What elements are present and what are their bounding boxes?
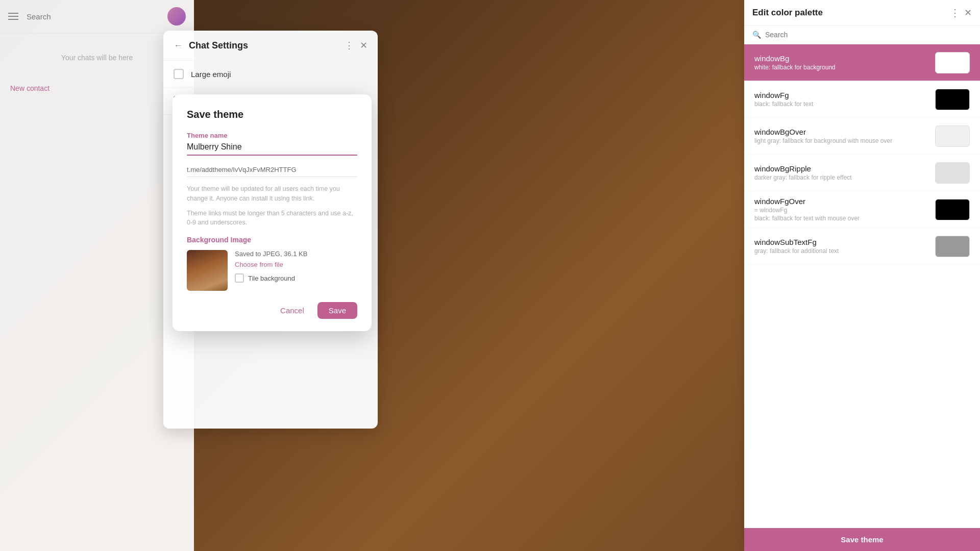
rp-close-icon[interactable]: ✕ [964, 7, 972, 18]
color-swatch-2[interactable] [935, 126, 970, 147]
color-desc2-4: black: fallback for text with mouse over [754, 215, 935, 222]
save-button[interactable]: Save [317, 302, 357, 319]
rp-save-theme-button[interactable]: Save theme [841, 535, 883, 544]
large-emoji-checkbox[interactable] [174, 69, 184, 79]
settings-close-icon[interactable]: ✕ [360, 40, 368, 51]
modal-info-2: Theme links must be longer than 5 charac… [187, 209, 357, 228]
modal-title: Save theme [187, 109, 357, 120]
cancel-button[interactable]: Cancel [273, 302, 311, 319]
bg-info: Saved to JPEG, 36.1 KB Choose from file … [235, 250, 357, 283]
color-list: windowBgwhite: fallback for backgroundwi… [744, 44, 980, 528]
back-icon[interactable]: ← [174, 40, 183, 51]
color-row-windowbgover[interactable]: windowBgOverlight gray: fallback for bac… [744, 118, 980, 155]
color-name-0: windowBg [754, 54, 935, 63]
hamburger-icon[interactable] [8, 10, 20, 22]
tile-row: Tile background [235, 273, 357, 283]
color-desc-2: light gray: fallback for background with… [754, 137, 935, 144]
color-desc-5: gray: fallback for additional text [754, 247, 935, 255]
bg-image-row: Saved to JPEG, 36.1 KB Choose from file … [187, 250, 357, 291]
color-row-windowbg[interactable]: windowBgwhite: fallback for background [744, 44, 980, 81]
avatar[interactable] [167, 7, 186, 26]
color-name-5: windowSubTextFg [754, 238, 935, 246]
tile-background-checkbox[interactable] [235, 273, 244, 283]
color-desc-0: white: fallback for background [754, 64, 935, 71]
color-swatch-3[interactable] [935, 162, 970, 184]
theme-name-field-label: Theme name [187, 132, 357, 139]
color-swatch-5[interactable] [935, 236, 970, 257]
rp-title: Edit color palette [752, 8, 950, 18]
modal-actions: Cancel Save [187, 302, 357, 319]
color-name-2: windowBgOver [754, 128, 935, 136]
rp-search-icon: 🔍 [752, 31, 761, 39]
edit-color-palette-panel: Edit color palette ⋮ ✕ 🔍 windowBgwhite: … [744, 0, 980, 551]
color-desc-1: black: fallback for text [754, 101, 935, 108]
tile-background-label: Tile background [248, 274, 295, 282]
rp-footer: Save theme [744, 528, 980, 551]
color-name-3: windowBgRipple [754, 164, 935, 173]
color-row-windowsubtextfg[interactable]: windowSubTextFggray: fallback for additi… [744, 228, 980, 265]
settings-more-icon[interactable]: ⋮ [345, 40, 354, 51]
color-desc-4: = windowFg [754, 207, 935, 214]
bg-saved-text: Saved to JPEG, 36.1 KB [235, 250, 357, 258]
color-swatch-1[interactable] [935, 89, 970, 110]
color-row-windowfgover[interactable]: windowFgOver= windowFgblack: fallback fo… [744, 191, 980, 228]
chat-settings-title: Chat Settings [189, 40, 338, 51]
save-theme-modal: Save theme Theme name Your theme will be… [173, 94, 372, 331]
sidebar-search-input[interactable] [27, 12, 161, 21]
large-emoji-item: Large emoji [163, 61, 378, 88]
sidebar-header [0, 0, 194, 33]
rp-search-input[interactable] [765, 31, 972, 39]
bg-thumbnail [187, 250, 228, 291]
choose-from-file-link[interactable]: Choose from file [235, 261, 357, 268]
chat-settings-header: ← Chat Settings ⋮ ✕ [163, 31, 378, 61]
rp-titlebar: Edit color palette ⋮ ✕ [744, 0, 980, 26]
modal-info-1: Your theme will be updated for all users… [187, 184, 357, 204]
bg-image-label: Background Image [187, 236, 357, 244]
color-swatch-0[interactable] [935, 52, 970, 73]
color-name-1: windowFg [754, 91, 935, 99]
color-row-windowfg[interactable]: windowFgblack: fallback for text [744, 81, 980, 118]
bg-thumbnail-image [187, 250, 228, 291]
color-row-windowbgripple[interactable]: windowBgRippledarker gray: fallback for … [744, 155, 980, 191]
theme-name-input[interactable] [187, 142, 357, 156]
large-emoji-label: Large emoji [191, 70, 231, 79]
color-name-4: windowFgOver [754, 197, 935, 206]
theme-link-input[interactable] [187, 166, 357, 177]
color-desc-3: darker gray: fallback for ripple effect [754, 174, 935, 181]
rp-more-icon[interactable]: ⋮ [950, 7, 960, 19]
rp-search-row: 🔍 [744, 26, 980, 44]
color-swatch-4[interactable] [935, 199, 970, 220]
